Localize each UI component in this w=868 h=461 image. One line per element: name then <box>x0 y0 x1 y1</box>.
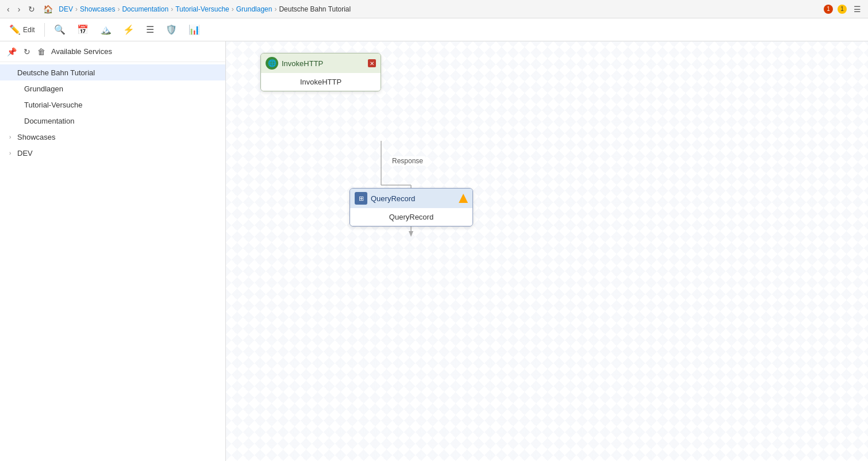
query-record-icon: ⊞ <box>355 192 367 205</box>
query-record-header-label: QueryRecord <box>371 194 415 203</box>
sidebar-pin-button[interactable]: 📌 <box>6 46 18 57</box>
nav-forward-button[interactable]: › <box>16 3 23 15</box>
reload-button[interactable]: ↻ <box>26 3 37 15</box>
sidebar-item-grundlagen[interactable]: Grundlagen + <box>0 80 225 97</box>
toolbar: ✏️ Edit 🔍 📅 🏔️ ⚡ ☰ 🛡️ 📊 <box>0 18 868 41</box>
layers-icon: 🏔️ <box>100 24 112 35</box>
warning-triangle-icon <box>459 194 468 203</box>
flow-button[interactable]: ⚡ <box>118 22 139 37</box>
sidebar-item-label: DEV <box>17 149 214 157</box>
main-layout: 📌 ↻ 🗑 Available Services Deutsche Bahn T… <box>0 41 868 461</box>
sidebar-item-label: Grundlagen <box>24 84 214 93</box>
breadcrumb-grundlagen[interactable]: Grundlagen <box>236 5 272 13</box>
sidebar-refresh-button[interactable]: ↻ <box>22 46 32 57</box>
query-record-body-label: QueryRecord <box>389 213 433 221</box>
edit-icon: ✏️ <box>9 24 21 35</box>
invoke-http-icon: 🌐 <box>266 57 278 70</box>
search-icon: 🔍 <box>54 24 66 35</box>
sidebar: 📌 ↻ 🗑 Available Services Deutsche Bahn T… <box>0 41 226 461</box>
breadcrumb-documentation[interactable]: Documentation <box>122 5 168 13</box>
chevron-right-icon: › <box>9 150 15 156</box>
sidebar-item-dev[interactable]: › DEV + <box>0 145 225 161</box>
breadcrumb-tutorial-versuche[interactable]: Tutorial-Versuche <box>175 5 229 13</box>
nav-back-button[interactable]: ‹ <box>5 3 12 15</box>
edit-label: Edit <box>23 26 35 34</box>
invoke-http-header-label: InvokeHTTP <box>282 59 323 68</box>
sidebar-item-label: Documentation <box>24 117 214 125</box>
badge-error: 1 <box>824 5 833 14</box>
invoke-http-close-button[interactable]: ✕ <box>368 59 376 67</box>
chart-icon: 📊 <box>189 24 200 35</box>
query-record-body: QueryRecord <box>350 208 473 226</box>
layers-button[interactable]: 🏔️ <box>95 22 116 37</box>
top-bar-right: 1 1 ☰ <box>824 3 863 15</box>
calendar-button[interactable]: 📅 <box>72 22 93 37</box>
breadcrumb: DEV › Showcases › Documentation › Tutori… <box>59 5 351 13</box>
invoke-http-body-label: InvokeHTTP <box>300 78 341 86</box>
chevron-right-icon: › <box>9 134 15 140</box>
invoke-http-node[interactable]: 🌐 InvokeHTTP ✕ InvokeHTTP <box>260 53 381 91</box>
canvas-area[interactable]: Response 🌐 InvokeHTTP ✕ InvokeHTTP ⊞ Que… <box>226 41 868 461</box>
response-label: Response <box>392 157 423 165</box>
sidebar-item-deutsche-bahn-tutorial[interactable]: Deutsche Bahn Tutorial + <box>0 64 225 80</box>
top-bar: ‹ › ↻ 🏠 DEV › Showcases › Documentation … <box>0 0 868 18</box>
sidebar-item-showcases[interactable]: › Showcases + <box>0 129 225 145</box>
flow-icon: ⚡ <box>123 24 135 35</box>
settings-button[interactable]: ☰ <box>851 3 863 15</box>
search-button[interactable]: 🔍 <box>49 22 70 37</box>
shield-button[interactable]: 🛡️ <box>161 22 182 37</box>
sidebar-item-tutorial-versuche[interactable]: Tutorial-Versuche + <box>0 97 225 113</box>
sidebar-item-label: Deutsche Bahn Tutorial <box>17 68 214 77</box>
edit-button[interactable]: ✏️ Edit <box>5 22 40 37</box>
calendar-icon: 📅 <box>77 24 89 35</box>
sidebar-delete-button[interactable]: 🗑 <box>36 46 47 57</box>
sidebar-item-label: Showcases <box>17 133 214 141</box>
list-button[interactable]: ☰ <box>141 22 159 37</box>
edge-label: Response <box>390 156 425 166</box>
breadcrumb-current: Deutsche Bahn Tutorial <box>279 5 351 13</box>
sidebar-header: 📌 ↻ 🗑 Available Services <box>0 41 225 62</box>
toolbar-divider-1 <box>44 23 45 37</box>
canvas-background <box>226 41 868 461</box>
sidebar-header-title: Available Services <box>51 47 220 56</box>
top-bar-left: ‹ › ↻ 🏠 DEV › Showcases › Documentation … <box>5 3 820 15</box>
breadcrumb-dev[interactable]: DEV <box>59 5 73 13</box>
badge-warn: 1 <box>838 5 847 14</box>
shield-icon: 🛡️ <box>166 24 177 35</box>
list-icon: ☰ <box>146 24 154 35</box>
query-record-header: ⊞ QueryRecord <box>350 189 473 208</box>
invoke-http-header: 🌐 InvokeHTTP ✕ <box>261 53 381 73</box>
breadcrumb-showcases[interactable]: Showcases <box>80 5 115 13</box>
chart-button[interactable]: 📊 <box>184 22 205 37</box>
invoke-http-body: InvokeHTTP <box>261 73 381 91</box>
sidebar-tree: Deutsche Bahn Tutorial + Grundlagen + Tu… <box>0 62 225 461</box>
query-record-node[interactable]: ⊞ QueryRecord QueryRecord <box>349 188 473 226</box>
home-button[interactable]: 🏠 <box>41 3 55 15</box>
sidebar-item-documentation[interactable]: Documentation + <box>0 113 225 129</box>
sidebar-item-label: Tutorial-Versuche <box>24 101 214 109</box>
